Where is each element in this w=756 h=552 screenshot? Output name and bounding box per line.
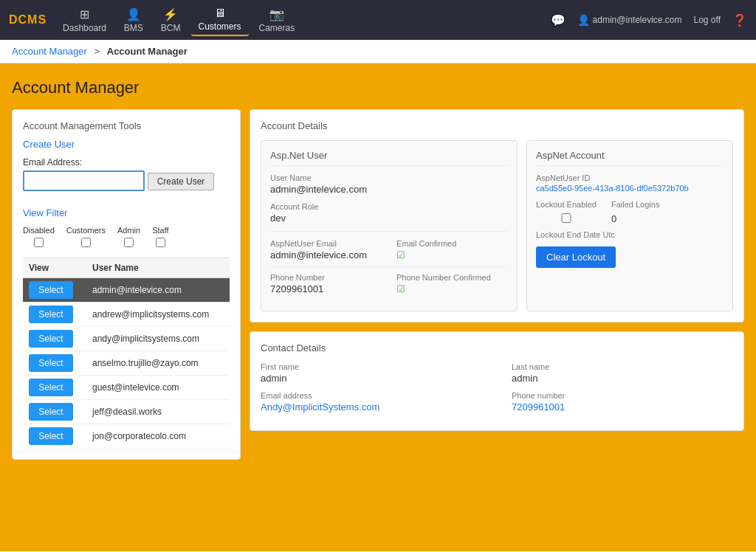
email-confirmed-label: Email Confirmed	[396, 239, 508, 248]
nav-label-customers: Customers	[199, 21, 241, 32]
aspnetuser-id-value: ca5d55e0-95ee-413a-8106-df0e5372b70b	[536, 184, 724, 193]
phone-number-group: Phone Number 7209961001	[270, 273, 382, 294]
filter-checkbox-customers[interactable]	[81, 238, 91, 247]
filter-checkboxes: Disabled Customers Admin Staff	[23, 226, 230, 247]
logoff-button[interactable]: Log off	[694, 15, 721, 25]
dashboard-icon: ⊞	[80, 7, 89, 21]
contact-phone-value: 7209961001	[512, 401, 733, 413]
user-list-row-2: Selectandy@implicitsystems.com	[23, 327, 230, 351]
first-name-group: First name admin	[261, 362, 482, 384]
right-panel: Account Details Asp.Net User User Name a…	[250, 109, 744, 431]
bms-icon: 👤	[126, 7, 141, 21]
contact-phone-group: Phone number 7209961001	[512, 391, 733, 413]
user-list-row-0: Selectadmin@intelevice.com	[23, 278, 230, 303]
nav-user-info: 👤 admin@intelevice.com	[577, 14, 682, 26]
view-filter-section: View Filter Disabled Customers Admin	[23, 207, 230, 247]
customers-icon: 🖥	[214, 7, 226, 20]
contact-phone-label: Phone number	[512, 391, 733, 400]
filter-checkbox-disabled[interactable]	[34, 238, 44, 247]
last-name-group: Last name admin	[512, 362, 733, 384]
select-user-button-1[interactable]: Select	[29, 306, 73, 323]
nav-item-cameras[interactable]: 📷 Cameras	[252, 4, 303, 36]
top-navigation: DCMS ⊞ Dashboard 👤 BMS ⚡ BCM 🖥 Customers…	[0, 0, 756, 40]
username-field-label: User Name	[270, 173, 508, 182]
contact-email-label: Email address	[261, 391, 482, 400]
contact-details-section: Contact Details First name admin Last na…	[250, 331, 744, 431]
filter-item-admin: Admin	[117, 226, 140, 247]
phone-row: Phone Number 7209961001 Phone Number Con…	[270, 273, 508, 302]
filter-checkbox-staff[interactable]	[156, 238, 165, 247]
user-list-row-6: Selectjon@corporatecolo.com	[23, 424, 230, 449]
bcm-icon: ⚡	[163, 7, 178, 21]
nav-item-bcm[interactable]: ⚡ BCM	[154, 4, 188, 36]
user-name-cell-3: anselmo.trujillo@zayo.com	[92, 358, 199, 368]
col-header-username: User Name	[92, 263, 224, 273]
app-logo: DCMS	[9, 13, 47, 27]
account-role-field-group: Account Role dev	[270, 202, 508, 224]
filter-checkbox-admin[interactable]	[124, 238, 134, 247]
breadcrumb-link[interactable]: Account Manager	[12, 46, 87, 57]
filter-label-disabled: Disabled	[23, 226, 55, 235]
failed-logins-value: 0	[611, 213, 659, 224]
nav-right-section: 💬 👤 admin@intelevice.com Log off ❓	[551, 13, 747, 27]
account-details-row: Asp.Net User User Name admin@intelevice.…	[261, 140, 733, 311]
contact-name-row: First name admin Last name admin	[261, 362, 733, 384]
user-name-cell-2: andy@implicitsystems.com	[92, 334, 199, 344]
aspnetuser-email-row: AspNetUser Email admin@intelevice.com Em…	[270, 239, 508, 261]
account-details-section: Account Details Asp.Net User User Name a…	[250, 109, 744, 322]
lockout-enabled-checkbox[interactable]	[536, 213, 597, 223]
create-user-email-input[interactable]	[23, 170, 145, 191]
lockout-end-date-label: Lockout End Date Utc	[536, 230, 724, 239]
col-header-view: View	[29, 263, 80, 273]
select-user-button-3[interactable]: Select	[29, 354, 73, 372]
chat-icon[interactable]: 💬	[551, 13, 566, 27]
select-user-button-0[interactable]: Select	[29, 281, 73, 299]
nav-label-cameras: Cameras	[259, 23, 295, 33]
filter-item-disabled: Disabled	[23, 226, 55, 247]
select-user-button-4[interactable]: Select	[29, 379, 73, 396]
user-list-row-5: Selectjeff@deasil.works	[23, 400, 230, 424]
last-name-label: Last name	[512, 362, 733, 371]
phone-number-value: 7209961001	[270, 283, 382, 294]
nav-item-customers[interactable]: 🖥 Customers	[191, 4, 249, 36]
lockout-row: Lockout Enabled Failed Logins 0	[536, 200, 724, 224]
filter-item-customers: Customers	[66, 226, 106, 247]
clear-lockout-button[interactable]: Clear Lockout	[536, 246, 616, 268]
nav-item-dashboard[interactable]: ⊞ Dashboard	[55, 4, 114, 36]
asp-net-user-card: Asp.Net User User Name admin@intelevice.…	[261, 140, 518, 311]
nav-label-bms: BMS	[124, 23, 143, 33]
filter-label-admin: Admin	[117, 226, 140, 235]
email-confirmed-group: Email Confirmed ☑	[396, 239, 508, 261]
user-name-cell-6: jon@corporatecolo.com	[92, 431, 186, 441]
aspnet-account-card: AspNet Account AspNetUser ID ca5d55e0-95…	[526, 140, 733, 311]
select-user-button-5[interactable]: Select	[29, 403, 73, 421]
user-name-cell-5: jeff@deasil.works	[92, 407, 162, 417]
email-address-label: Email Address:	[23, 157, 230, 168]
breadcrumb-separator: >	[94, 46, 100, 57]
create-user-section: Create User Email Address: Create User	[23, 139, 230, 197]
username-field-group: User Name admin@intelevice.com	[270, 173, 508, 195]
contact-email-group: Email address Andy@ImplicitSystems.com	[261, 391, 482, 413]
nav-item-bms[interactable]: 👤 BMS	[117, 4, 151, 36]
user-list-section: View User Name Selectadmin@intelevice.co…	[23, 258, 230, 449]
aspnet-account-card-title: AspNet Account	[536, 150, 724, 166]
filter-label-staff: Staff	[152, 226, 168, 235]
aspnetuser-email-value: admin@intelevice.com	[270, 249, 382, 261]
lockout-enabled-label: Lockout Enabled	[536, 200, 597, 209]
select-user-button-6[interactable]: Select	[29, 427, 73, 445]
left-panel-title: Account Management Tools	[23, 120, 230, 131]
user-list-header: View User Name	[23, 258, 230, 278]
aspnetuser-email-label: AspNetUser Email	[270, 239, 382, 248]
create-user-button[interactable]: Create User	[148, 173, 215, 190]
help-icon[interactable]: ❓	[732, 13, 747, 27]
first-name-label: First name	[261, 362, 482, 371]
create-user-title: Create User	[23, 139, 230, 150]
nav-label-bcm: BCM	[161, 23, 181, 33]
main-content: Account Manager Account Management Tools…	[0, 63, 756, 551]
phone-number-label: Phone Number	[270, 273, 382, 282]
breadcrumb-current: Account Manager	[107, 46, 188, 57]
failed-logins-label: Failed Logins	[611, 200, 659, 209]
select-user-button-2[interactable]: Select	[29, 330, 73, 348]
phone-confirmed-label: Phone Number Confirmed	[396, 273, 508, 282]
breadcrumb: Account Manager > Account Manager	[0, 40, 756, 63]
